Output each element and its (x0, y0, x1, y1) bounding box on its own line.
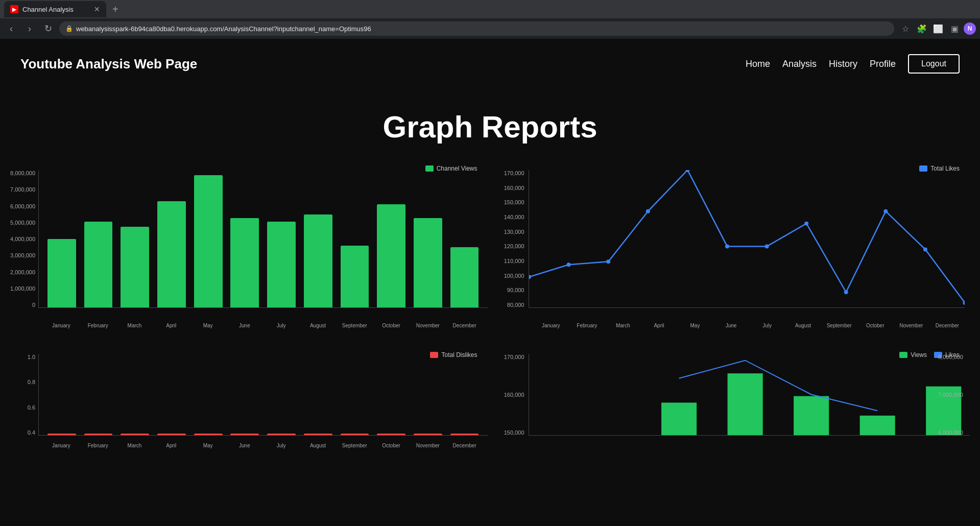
line-dot (883, 209, 888, 213)
line-y-label: 140,000 (504, 214, 524, 220)
line-dot (566, 262, 570, 267)
bar-x-label: May (190, 323, 226, 328)
bar-y-label: 8,000,000 (10, 170, 35, 176)
line-x-label: August (785, 323, 821, 328)
browser-chrome: ▶ Channel Analysis ✕ + ‹ › ↻ 🔒 webanalys… (0, 0, 980, 39)
bar-group (227, 170, 263, 307)
extensions-button[interactable]: ⬜ (931, 21, 945, 36)
line-x-label: December (930, 323, 965, 328)
bar-group (117, 170, 153, 307)
bar (194, 175, 223, 307)
line-y-label: 90,000 (507, 287, 524, 293)
dislike-bar (377, 434, 405, 435)
extension-icon[interactable]: 🧩 (915, 21, 929, 36)
bar-group (447, 170, 483, 307)
logout-button[interactable]: Logout (908, 54, 960, 74)
browser-tab[interactable]: ▶ Channel Analysis ✕ (4, 1, 106, 17)
dislike-bar-group (264, 354, 299, 435)
dislike-x-labels: JanuaryFebruaryMarchAprilMayJuneJulyAugu… (38, 443, 488, 448)
bar-x-label: December (447, 323, 483, 328)
line-dot (844, 290, 848, 294)
app-container: Youtube Analysis Web Page Home Analysis … (0, 39, 980, 526)
bar-y-label: 7,000,000 (10, 186, 35, 193)
bar-group (300, 170, 336, 307)
combo-bar (794, 396, 829, 435)
navbar: Youtube Analysis Web Page Home Analysis … (0, 39, 980, 89)
line-x-label: May (678, 323, 713, 328)
line-dot (529, 275, 531, 279)
bar-group (44, 170, 80, 307)
combo-bar (727, 373, 762, 435)
bar-group (190, 170, 226, 307)
nav-brand: Youtube Analysis Web Page (20, 56, 197, 72)
bar-x-label: September (337, 323, 372, 328)
dislike-x-label: March (117, 443, 153, 448)
url-text: webanalysisspark-6b94ca80dba0.herokuapp.… (76, 25, 371, 33)
dislike-bar (230, 434, 259, 435)
bar-y-label: 1,000,000 (10, 285, 35, 292)
new-tab-button[interactable]: + (108, 4, 123, 15)
bar-chart-area (38, 170, 488, 308)
combo-line (679, 361, 877, 411)
dislike-bar (47, 434, 76, 435)
line-x-label: October (857, 323, 893, 328)
line-svg (529, 170, 965, 307)
bar-y-label: 6,000,000 (10, 203, 35, 209)
bar-x-label: February (80, 323, 116, 328)
line-x-label: November (894, 323, 929, 328)
bar-y-label: 3,000,000 (10, 252, 35, 258)
dislike-x-label: August (300, 443, 336, 448)
dislike-bar (304, 434, 332, 435)
nav-links: Home Analysis History Profile Logout (746, 54, 960, 74)
dislike-bar (84, 434, 113, 435)
dislike-bar (121, 434, 149, 435)
dislike-bar (341, 434, 369, 435)
dislike-bar-group (227, 354, 263, 435)
dislike-bar (267, 434, 296, 435)
line-chart-area (529, 170, 965, 308)
dislike-bar-group (410, 354, 446, 435)
address-bar[interactable]: 🔒 webanalysisspark-6b94ca80dba0.herokuap… (59, 21, 894, 36)
forward-button[interactable]: › (22, 21, 37, 36)
bar (377, 204, 405, 307)
dislike-x-label: April (153, 443, 189, 448)
line-x-label: April (641, 323, 677, 328)
nav-analysis[interactable]: Analysis (782, 59, 817, 69)
nav-home[interactable]: Home (746, 59, 770, 69)
bar-x-label: July (264, 323, 299, 328)
line-dot (646, 209, 650, 213)
dislike-bar (157, 434, 186, 435)
dislike-bar-group (300, 354, 336, 435)
bar (267, 222, 296, 307)
dislike-bar-group (337, 354, 373, 435)
combo-y-left-label: 170,000 (504, 354, 524, 360)
line-x-label: June (713, 323, 749, 328)
nav-history[interactable]: History (829, 59, 857, 69)
profile-avatar[interactable]: N (964, 22, 976, 35)
bookmark-icon[interactable]: ☆ (898, 21, 913, 36)
bar (341, 246, 369, 307)
dislike-x-label: December (447, 443, 483, 448)
back-button[interactable]: ‹ (4, 21, 18, 36)
bar-group (264, 170, 299, 307)
lock-icon: 🔒 (65, 25, 73, 32)
bar-chart-container: Channel Views 8,000,0007,000,0006,000,00… (10, 160, 488, 333)
bar-group (373, 170, 409, 307)
bar-x-labels: JanuaryFebruaryMarchAprilMayJuneJulyAugu… (38, 323, 488, 328)
bar-x-label: November (410, 323, 446, 328)
bar-x-label: October (373, 323, 409, 328)
bar-x-label: January (43, 323, 79, 328)
reload-button[interactable]: ↻ (41, 21, 55, 36)
nav-profile[interactable]: Profile (870, 59, 896, 69)
combo-svg (529, 354, 970, 435)
line-x-labels: JanuaryFebruaryMarchAprilMayJuneJulyAugu… (529, 323, 970, 328)
sidebar-icon[interactable]: ▣ (947, 21, 962, 36)
bar (230, 218, 259, 307)
combo-chart-area (529, 354, 970, 436)
browser-toolbar: ‹ › ↻ 🔒 webanalysisspark-6b94ca80dba0.he… (0, 18, 980, 39)
dislike-bar (194, 434, 223, 435)
line-x-label: February (569, 323, 605, 328)
bar-y-label: 4,000,000 (10, 236, 35, 242)
line-x-label: September (822, 323, 857, 328)
tab-close-icon[interactable]: ✕ (94, 5, 100, 13)
